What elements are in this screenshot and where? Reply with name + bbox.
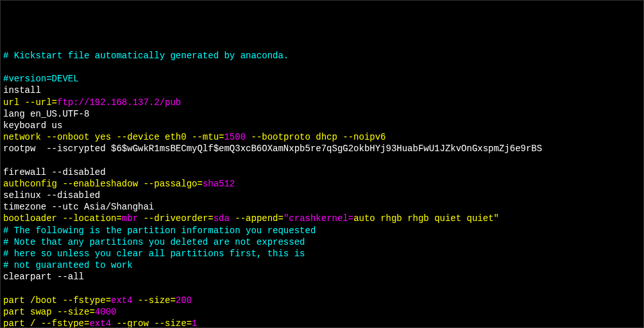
code-segment: authconfig --enableshadow --passalgo= [3,179,203,189]
terminal-line: keyboard us [3,120,641,131]
code-segment: network --onboot yes --device eth0 --mtu… [3,132,224,142]
code-segment: 4000 [95,307,117,317]
terminal-line: url --url=ftp://192.168.137.2/pub [3,97,641,108]
code-segment: selinux --disabled [3,190,100,201]
code-segment: ftp://192.168.137.2/pub [57,97,181,108]
code-segment: # here so unless you clear all partition… [3,249,305,259]
terminal-line: selinux --disabled [3,190,641,201]
terminal-line: network --onboot yes --device eth0 --mtu… [3,131,641,143]
terminal-line: authconfig --enableshadow --passalgo=sha… [3,178,641,190]
code-segment: install [3,85,41,95]
terminal-line [3,154,641,166]
code-segment: ext4 [111,295,133,306]
terminal-line [3,62,641,73]
terminal-line: timezone --utc Asia/Shanghai [3,201,641,213]
code-segment: bootloader --location= [3,213,122,224]
terminal-line: #version=DEVEL [3,73,641,85]
code-segment: part / --fstype= [3,318,89,328]
terminal-line: clearpart --all [3,271,641,283]
terminal-line: firewall --disabled [3,167,641,178]
code-segment: ext4 [89,318,111,328]
code-segment: --bootproto dhcp --noipv6 [246,132,386,142]
terminal-line: part /boot --fstype=ext4 --size=200 [3,295,641,306]
code-segment: --grow --size= [111,318,192,328]
code-segment: --size= [133,295,176,306]
code-segment: 200 [176,295,192,306]
code-segment: mbr [122,213,138,224]
terminal-line: # not guaranteed to work [3,259,641,271]
code-segment: keyboard us [3,120,62,131]
code-segment: #version=DEVEL [3,74,79,84]
code-segment: lang en_US.UTF-8 [3,109,89,119]
terminal-line: bootloader --location=mbr --driveorder=s… [3,213,641,224]
code-segment: rootpw --iscrypted $6$wGwkR1msBECmyQlf$e… [3,144,542,154]
code-segment: auto rhgb rhgb quiet quiet" [353,213,499,224]
code-segment [3,155,8,165]
terminal-line: install [3,85,641,96]
code-segment: part swap --size= [3,307,95,317]
code-segment: --append= [230,213,284,224]
code-segment: 1500 [224,132,246,142]
code-segment: timezone --utc Asia/Shanghai [3,202,154,212]
code-segment: "crashkernel= [284,213,353,224]
terminal-output[interactable]: # Kickstart file automatically generated… [3,50,641,328]
code-segment: url --url= [3,97,57,108]
code-segment [3,62,8,72]
code-segment: --driveorder= [138,213,214,224]
code-segment: 1 [192,318,197,328]
code-segment: clearpart --all [3,272,84,282]
code-segment [3,284,8,294]
code-segment: sda [214,213,230,224]
code-segment: # The following is the partition informa… [3,226,316,236]
terminal-line: # here so unless you clear all partition… [3,248,641,259]
terminal-line: # The following is the partition informa… [3,225,641,236]
code-segment: # Note that any partitions you deleted a… [3,237,305,247]
terminal-line: part / --fstype=ext4 --grow --size=1 [3,318,641,328]
code-segment: sha512 [203,179,235,189]
terminal-line: # Kickstart file automatically generated… [3,50,641,62]
terminal-line: # Note that any partitions you deleted a… [3,236,641,248]
terminal-line [3,283,641,295]
terminal-line: lang en_US.UTF-8 [3,108,641,120]
terminal-line: part swap --size=4000 [3,306,641,318]
code-segment: part /boot --fstype= [3,295,111,306]
terminal-line: rootpw --iscrypted $6$wGwkR1msBECmyQlf$e… [3,143,641,154]
code-segment: # not guaranteed to work [3,260,133,270]
code-segment: # Kickstart file automatically generated… [3,51,289,61]
code-segment: firewall --disabled [3,167,106,177]
